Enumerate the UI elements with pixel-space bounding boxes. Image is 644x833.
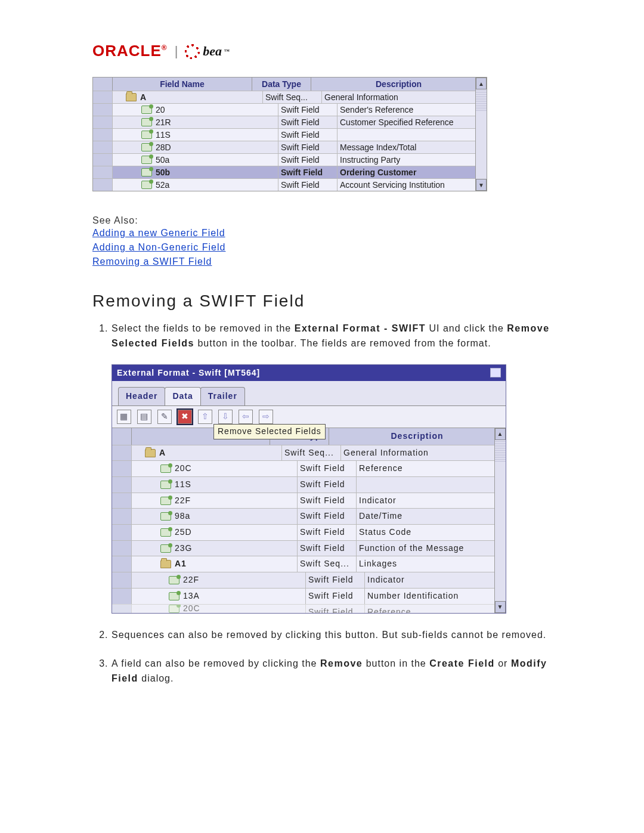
th-data-type: Data Type: [252, 78, 311, 91]
step-2: Sequences can also be removed by clickin…: [112, 628, 566, 643]
table-row[interactable]: A1Swift Seq...Linkages: [112, 556, 506, 572]
tabs-row: Header Data Trailer: [112, 381, 506, 405]
scroll-down-icon[interactable]: ▼: [476, 179, 487, 191]
field-type: Swift Field: [298, 541, 357, 556]
field-desc: Reference: [357, 461, 506, 476]
tb-open-icon[interactable]: ▤: [137, 410, 151, 424]
field-icon: [160, 544, 171, 553]
field-name: 22F: [175, 494, 191, 507]
field-type: Swift Seq...: [282, 445, 341, 461]
field-type: Swift Field: [278, 154, 338, 166]
table1-header: Field Name Data Type Description: [93, 78, 487, 91]
field-icon: [169, 605, 179, 613]
table-row[interactable]: 20Swift FieldSender's Reference: [93, 103, 487, 116]
field-name: 98a: [175, 510, 190, 523]
step-3: A field can also be removed by clicking …: [112, 657, 566, 686]
field-icon: [160, 512, 171, 521]
field-desc: [338, 129, 487, 141]
tb-edit-icon[interactable]: ✎: [157, 410, 172, 424]
move-left-button[interactable]: [239, 410, 253, 424]
field-desc: Indicator: [357, 493, 506, 509]
move-up-button[interactable]: [198, 410, 212, 424]
field-name: 28D: [156, 143, 171, 152]
scroll-down-icon[interactable]: ▼: [495, 601, 506, 613]
field-icon: [160, 528, 171, 537]
table-row[interactable]: 98aSwift FieldDate/Time: [112, 508, 506, 524]
scroll-up-icon[interactable]: ▲: [476, 78, 487, 89]
swift-table-1: Field Name Data Type Description ASwift …: [92, 77, 487, 191]
link-add-generic[interactable]: Adding a new Generic Field: [92, 226, 572, 240]
field-name: 25D: [175, 526, 192, 539]
link-add-nongeneric[interactable]: Adding a Non-Generic Field: [92, 240, 572, 255]
tab-trailer[interactable]: Trailer: [200, 387, 245, 405]
field-type: Swift Field: [278, 141, 338, 153]
table-row[interactable]: 20CSwift FieldReference: [112, 460, 506, 476]
table-row[interactable]: 23GSwift FieldFunction of the Message: [112, 540, 506, 556]
move-down-button[interactable]: [218, 410, 233, 424]
field-desc: Sender's Reference: [338, 104, 487, 116]
move-right-button[interactable]: [259, 410, 273, 424]
table-row[interactable]: 50bSwift FieldOrdering Customer: [93, 166, 487, 178]
field-name: 11S: [156, 130, 171, 140]
scroll-up-icon[interactable]: ▲: [495, 428, 506, 440]
tb-new-icon[interactable]: ▦: [117, 410, 131, 424]
field-desc: Status Code: [357, 525, 506, 540]
table-row[interactable]: 28DSwift FieldMessage Index/Total: [93, 141, 487, 153]
field-icon: [141, 168, 152, 176]
field-name: A1: [175, 558, 187, 571]
table-row[interactable]: 11SSwift Field: [93, 128, 487, 141]
table-row[interactable]: 13ASwift FieldNumber Identification: [112, 588, 506, 604]
field-desc: General Information: [322, 91, 487, 103]
field-name: 20C: [183, 605, 200, 613]
field-desc: Linkages: [357, 556, 506, 572]
table-row[interactable]: 22FSwift FieldIndicator: [112, 493, 506, 509]
bea-dots-icon: [185, 44, 200, 59]
field-type: Swift Seq...: [298, 556, 357, 572]
field-type: Swift Field: [278, 116, 338, 128]
table-row[interactable]: 52aSwift FieldAccount Servicing Institut…: [93, 178, 487, 191]
folder-icon: [126, 93, 137, 101]
field-name: 50b: [156, 168, 170, 177]
field-icon: [169, 592, 179, 600]
oracle-logo: ORACLE®: [92, 42, 168, 60]
field-type: Swift Field: [278, 129, 338, 141]
table-row[interactable]: 11SSwift Field: [112, 476, 506, 493]
tab-header[interactable]: Header: [118, 387, 165, 405]
section-title: Removing a SWIFT Field: [92, 292, 572, 311]
field-type: Swift Field: [278, 104, 338, 116]
field-type: Swift Field: [278, 166, 338, 178]
bea-logo: bea™: [185, 44, 230, 59]
field-desc: Customer Specified Reference: [338, 116, 487, 128]
field-icon: [141, 156, 152, 164]
link-remove-swift[interactable]: Removing a SWIFT Field: [92, 255, 572, 269]
table-row[interactable]: ASwift Seq...General Information: [93, 91, 487, 103]
remove-selected-fields-button[interactable]: ✖: [178, 410, 192, 424]
step-1: Select the fields to be removed in the E…: [112, 321, 566, 614]
table-row[interactable]: 20CSwift FieldReference: [112, 604, 506, 613]
table-row[interactable]: 22FSwift FieldIndicator: [112, 572, 506, 588]
panel-window-icon[interactable]: [490, 368, 501, 377]
field-name: A: [159, 447, 166, 460]
table-row[interactable]: 25DSwift FieldStatus Code: [112, 524, 506, 540]
field-desc: Ordering Customer: [338, 166, 487, 178]
folder-icon: [160, 560, 171, 568]
field-type: Swift Field: [298, 493, 357, 509]
table2-scrollbar[interactable]: ▲ ▼: [494, 428, 506, 613]
table-row[interactable]: 21RSwift FieldCustomer Specified Referen…: [93, 116, 487, 128]
field-type: Swift Field: [298, 477, 357, 493]
table-row[interactable]: 50aSwift FieldInstructing Party: [93, 153, 487, 166]
field-desc: Indicator: [365, 572, 506, 588]
table-row[interactable]: ASwift Seq...General Information: [112, 445, 506, 461]
field-icon: [141, 143, 152, 151]
field-type: Swift Field: [298, 525, 357, 540]
field-icon: [160, 497, 171, 505]
field-desc: General Information: [341, 445, 506, 461]
field-desc: Instructing Party: [338, 154, 487, 166]
logo-divider: |: [175, 44, 178, 59]
tab-data[interactable]: Data: [165, 387, 200, 405]
bea-text: bea: [203, 44, 222, 59]
th-field-name: Field Name: [113, 78, 252, 91]
field-desc: Account Servicing Institution: [338, 179, 487, 191]
th-description-2: Description: [329, 428, 506, 445]
table1-scrollbar[interactable]: ▲ ▼: [475, 78, 487, 191]
